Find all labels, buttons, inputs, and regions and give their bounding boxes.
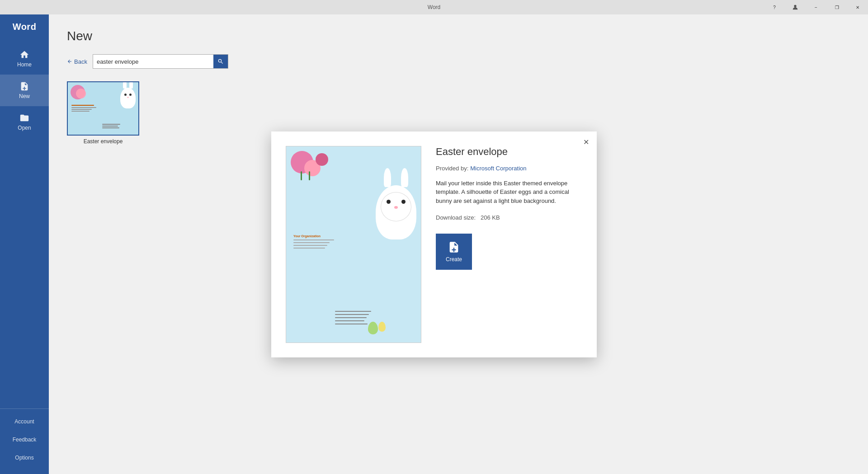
title-bar-left: [0, 0, 4, 14]
feedback-label: Feedback: [13, 436, 37, 443]
sender-text-lines: [71, 105, 96, 113]
modal-info-panel: Easter envelope Provided by: Microsoft C…: [436, 146, 582, 343]
create-document-icon: [448, 241, 460, 253]
modal-provider-row: Provided by: Microsoft Corporation: [436, 165, 582, 172]
back-arrow-icon: [67, 59, 72, 64]
account-label: Account: [14, 418, 34, 425]
modal-close-button[interactable]: ✕: [580, 137, 591, 148]
home-icon: [19, 50, 29, 60]
search-button[interactable]: [213, 55, 228, 68]
title-bar-app-name: Word: [428, 4, 440, 10]
envelope-thumbnail-art: [68, 82, 138, 135]
sidebar-item-account[interactable]: Account: [0, 413, 49, 431]
template-thumbnail: [67, 81, 139, 136]
template-card-easter-envelope[interactable]: Easter envelope: [67, 81, 139, 145]
minimize-button[interactable]: −: [806, 0, 826, 14]
easter-egg-2: [378, 322, 386, 332]
page-title: New: [67, 29, 850, 43]
restore-button[interactable]: ❐: [826, 0, 847, 14]
modal-download-label: Download size:: [436, 214, 476, 221]
back-label: Back: [74, 58, 87, 65]
modal-preview-area: Your Organization: [286, 146, 421, 343]
svg-point-0: [794, 5, 796, 7]
preview-sender-address: Your Organization: [293, 235, 334, 249]
easter-egg-1: [368, 322, 378, 334]
title-bar-controls: ? − ❐ ✕: [764, 0, 868, 14]
template-preview-modal: ✕ Your Organization: [271, 131, 597, 357]
sidebar-item-new[interactable]: New: [0, 75, 49, 106]
new-doc-icon: [19, 81, 29, 91]
search-icon: [217, 58, 224, 65]
sidebar-item-options[interactable]: Options: [0, 449, 49, 467]
options-label: Options: [15, 455, 33, 461]
sidebar-item-open[interactable]: Open: [0, 106, 49, 138]
sidebar-item-home-label: Home: [17, 61, 32, 68]
modal-download-size: 206 KB: [481, 214, 500, 221]
search-input[interactable]: [93, 58, 213, 65]
create-button[interactable]: Create: [436, 234, 472, 270]
modal-body: Your Organization: [286, 146, 582, 343]
back-button[interactable]: Back: [67, 58, 87, 65]
close-button[interactable]: ✕: [847, 0, 868, 14]
help-button[interactable]: ?: [764, 0, 785, 14]
sidebar-logo: Word: [0, 14, 49, 43]
modal-title: Easter envelope: [436, 146, 582, 158]
search-box: [93, 54, 228, 69]
sidebar: Word Home New Open Account Feedback Opti…: [0, 0, 49, 474]
search-row: Back: [67, 54, 850, 69]
modal-description: Mail your letter inside this Easter them…: [436, 179, 582, 206]
modal-provider-label: Provided by:: [436, 165, 468, 172]
preview-envelope-art: Your Organization: [286, 146, 421, 343]
folder-icon: [19, 113, 29, 123]
sidebar-item-feedback[interactable]: Feedback: [0, 431, 49, 449]
preview-flowers: [291, 151, 327, 187]
sidebar-bottom: Account Feedback Options: [0, 408, 49, 474]
modal-download-size-row: Download size: 206 KB: [436, 214, 582, 221]
close-icon: ✕: [583, 138, 589, 146]
sidebar-item-home[interactable]: Home: [0, 43, 49, 75]
preview-recipient-address: [335, 311, 371, 324]
preview-bunny: [376, 185, 416, 239]
sidebar-item-new-label: New: [19, 93, 30, 99]
sidebar-item-open-label: Open: [18, 125, 31, 131]
modal-provider-link[interactable]: Microsoft Corporation: [470, 165, 526, 172]
create-button-label: Create: [446, 256, 462, 263]
title-bar: Word ? − ❐ ✕: [0, 0, 868, 14]
account-button[interactable]: [785, 0, 806, 14]
template-name-label: Easter envelope: [84, 138, 123, 145]
